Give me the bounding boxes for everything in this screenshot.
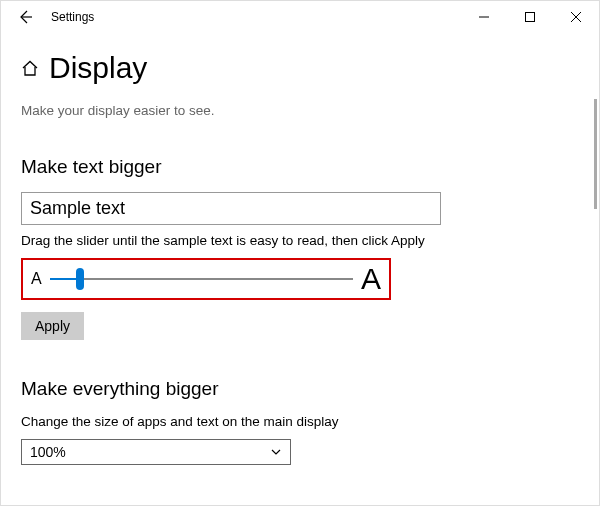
svg-rect-0	[526, 13, 535, 22]
back-arrow-icon	[17, 9, 33, 25]
slider-thumb[interactable]	[76, 268, 84, 290]
page-header: Display	[21, 51, 571, 85]
close-icon	[571, 12, 581, 22]
section-make-everything-bigger-title: Make everything bigger	[21, 378, 571, 400]
back-button[interactable]	[9, 1, 41, 33]
chevron-down-icon	[270, 446, 282, 458]
window-controls	[461, 1, 599, 33]
letter-big-indicator: A	[361, 262, 381, 296]
close-button[interactable]	[553, 1, 599, 33]
sample-text-box: Sample text	[21, 192, 441, 225]
letter-small-indicator: A	[31, 270, 42, 288]
text-size-slider-row: A A	[21, 258, 391, 300]
content-area: Display Make your display easier to see.…	[1, 33, 599, 505]
minimize-button[interactable]	[461, 1, 507, 33]
maximize-icon	[525, 12, 535, 22]
dropdown-value: 100%	[30, 444, 66, 460]
page-subtitle: Make your display easier to see.	[21, 103, 571, 118]
titlebar: Settings	[1, 1, 599, 33]
section-make-text-bigger-title: Make text bigger	[21, 156, 571, 178]
slider-instruction: Drag the slider until the sample text is…	[21, 233, 571, 248]
display-scale-dropdown[interactable]: 100%	[21, 439, 291, 465]
minimize-icon	[479, 12, 489, 22]
apply-button[interactable]: Apply	[21, 312, 84, 340]
window-title: Settings	[51, 10, 94, 24]
maximize-button[interactable]	[507, 1, 553, 33]
text-size-slider[interactable]	[50, 267, 353, 291]
scrollbar[interactable]	[594, 99, 597, 209]
home-icon[interactable]	[21, 59, 39, 77]
scale-instruction: Change the size of apps and text on the …	[21, 414, 571, 429]
page-title: Display	[49, 51, 147, 85]
